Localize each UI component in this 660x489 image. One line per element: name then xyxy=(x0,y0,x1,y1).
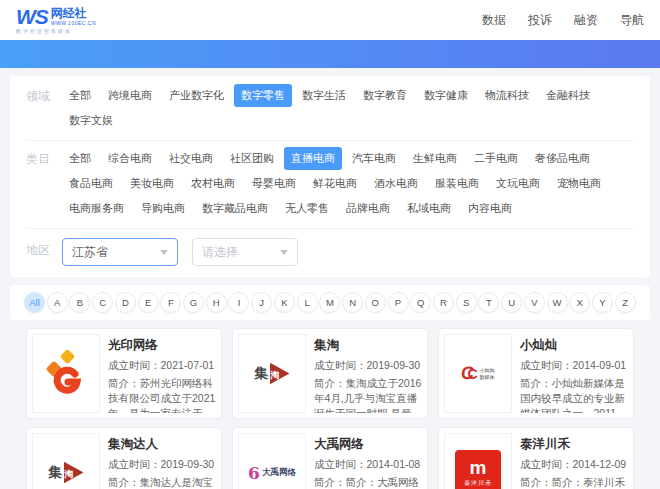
company-card[interactable]: 光印网络成立时间：2021-07-01简介：苏州光印网络科技有限公司成立于202… xyxy=(26,328,222,419)
category-filter-label: 类目 xyxy=(26,151,62,168)
alphabet-letter-y[interactable]: Y xyxy=(592,292,613,313)
filter-item[interactable]: 美妆电商 xyxy=(123,172,181,195)
alphabet-letter-all[interactable]: All xyxy=(24,292,45,313)
company-card[interactable]: m 泰洋川禾 泰洋川禾成立时间：2014-12-09简介：简介：泰洋川禾（Mou… xyxy=(438,427,634,489)
company-info: 小灿灿成立时间：2014-09-01简介：小灿灿新媒体是国内较早成立的专业新媒体… xyxy=(520,334,628,413)
filter-panel: 领域 全部跨境电商产业数字化数字零售数字生活数字教育数字健康物流科技金融科技数字… xyxy=(10,76,650,277)
alphabet-letter-n[interactable]: N xyxy=(342,292,363,313)
filter-item[interactable]: 电商服务商 xyxy=(62,197,131,220)
company-card[interactable]: C C 小灿灿新媒体 小灿灿成立时间：2014-09-01简介：小灿灿新媒体是国… xyxy=(438,328,634,419)
alphabet-letter-r[interactable]: R xyxy=(433,292,454,313)
province-select[interactable]: 江苏省 xyxy=(62,238,178,266)
alphabet-letter-j[interactable]: J xyxy=(251,292,272,313)
nav-item[interactable]: 融资 xyxy=(574,12,598,29)
filter-item[interactable]: 综合电商 xyxy=(101,147,159,170)
company-founded-date: 成立时间：2019-09-30 xyxy=(108,458,216,472)
chevron-down-icon xyxy=(280,250,288,255)
nav-item[interactable]: 投诉 xyxy=(528,12,552,29)
alphabet-letter-h[interactable]: H xyxy=(206,292,227,313)
filter-item[interactable]: 内容电商 xyxy=(461,197,519,220)
company-info: 泰洋川禾成立时间：2014-12-09简介：简介：泰洋川禾（Mountainto… xyxy=(520,433,628,489)
filter-item[interactable]: 二手电商 xyxy=(467,147,525,170)
alphabet-letter-l[interactable]: L xyxy=(297,292,318,313)
alphabet-letter-s[interactable]: S xyxy=(456,292,477,313)
company-logo-box: m 泰洋川禾 xyxy=(444,433,512,489)
filter-item[interactable]: 酒水电商 xyxy=(367,172,425,195)
alphabet-letter-x[interactable]: X xyxy=(569,292,590,313)
company-info: 大禹网络成立时间：2014-01-08简介：简介：大禹网络是一家新媒体IP孵化平… xyxy=(314,433,422,489)
company-card[interactable]: 集 淘 集淘成立时间：2019-09-30简介：集淘成立于2016年4月,几乎与… xyxy=(232,328,428,419)
alphabet-letter-g[interactable]: G xyxy=(183,292,204,313)
filter-item[interactable]: 社交电商 xyxy=(162,147,220,170)
province-select-value: 江苏省 xyxy=(72,244,108,261)
dayu-6-logo: 6 大禹网络 xyxy=(248,463,296,483)
category-filter-row: 类目 全部综合电商社交电商社区团购直播电商汽车电商生鲜电商二手电商奢侈品电商食品… xyxy=(10,141,650,228)
company-logo-box: C C 小灿灿新媒体 xyxy=(444,334,512,413)
nav-item[interactable]: 数据 xyxy=(482,12,506,29)
filter-item[interactable]: 数字零售 xyxy=(234,84,292,107)
filter-item[interactable]: 无人零售 xyxy=(278,197,336,220)
company-description: 简介：集淘达人是淘宝直播官方2019年度TOP合作机构，专注品牌推广，内容电商供… xyxy=(108,475,216,489)
guangyin-flame-logo xyxy=(45,350,87,394)
filter-item[interactable]: 母婴电商 xyxy=(245,172,303,195)
company-card[interactable]: 集 淘 集淘达人成立时间：2019-09-30简介：集淘达人是淘宝直播官方201… xyxy=(26,427,222,489)
filter-item[interactable]: 食品电商 xyxy=(62,172,120,195)
company-logo-box xyxy=(32,334,100,413)
filter-item[interactable]: 全部 xyxy=(62,147,98,170)
alphabet-letter-i[interactable]: I xyxy=(228,292,249,313)
alphabet-letter-u[interactable]: U xyxy=(501,292,522,313)
filter-item[interactable]: 全部 xyxy=(62,84,98,107)
filter-item[interactable]: 导购电商 xyxy=(134,197,192,220)
company-logo-box: 集 淘 xyxy=(32,433,100,489)
jitao-logo: 集 淘 xyxy=(49,462,84,484)
company-description: 简介：集淘成立于2016年4月,几乎与淘宝直播诞生于同一时期,是最早一批与淘宝直… xyxy=(314,376,422,413)
alphabet-letter-m[interactable]: M xyxy=(319,292,340,313)
alphabet-letter-q[interactable]: Q xyxy=(410,292,431,313)
filter-item[interactable]: 农村电商 xyxy=(184,172,242,195)
filter-item[interactable]: 宠物电商 xyxy=(550,172,608,195)
filter-item[interactable]: 数字文娱 xyxy=(62,109,120,132)
alphabet-letter-e[interactable]: E xyxy=(138,292,159,313)
guangyin-flame-logo xyxy=(45,350,87,398)
alphabet-letter-d[interactable]: D xyxy=(115,292,136,313)
alphabet-letter-v[interactable]: V xyxy=(524,292,545,313)
alphabet-letter-t[interactable]: T xyxy=(478,292,499,313)
filter-item[interactable]: 数字藏品电商 xyxy=(195,197,275,220)
nav-item[interactable]: 导航 xyxy=(620,12,644,29)
alphabet-letter-b[interactable]: B xyxy=(69,292,90,313)
site-logo[interactable]: WS 网经社 WWW.100EC.CN 数字经济智库媒体 xyxy=(16,6,96,34)
filter-item[interactable]: 数字生活 xyxy=(295,84,353,107)
filter-item[interactable]: 生鲜电商 xyxy=(406,147,464,170)
alphabet-letter-z[interactable]: Z xyxy=(615,292,636,313)
field-filter-row: 领域 全部跨境电商产业数字化数字零售数字生活数字教育数字健康物流科技金融科技数字… xyxy=(10,78,650,140)
company-info: 集淘成立时间：2019-09-30简介：集淘成立于2016年4月,几乎与淘宝直播… xyxy=(314,334,422,413)
filter-item[interactable]: 服装电商 xyxy=(428,172,486,195)
company-name: 集淘达人 xyxy=(108,436,216,453)
alphabet-letter-o[interactable]: O xyxy=(365,292,386,313)
filter-item[interactable]: 数字教育 xyxy=(356,84,414,107)
filter-item[interactable]: 直播电商 xyxy=(284,147,342,170)
alphabet-letter-f[interactable]: F xyxy=(160,292,181,313)
alphabet-letter-a[interactable]: A xyxy=(47,292,68,313)
filter-item[interactable]: 物流科技 xyxy=(478,84,536,107)
filter-item[interactable]: 产业数字化 xyxy=(162,84,231,107)
company-card[interactable]: 6 大禹网络 大禹网络成立时间：2014-01-08简介：简介：大禹网络是一家新… xyxy=(232,427,428,489)
alphabet-letter-c[interactable]: C xyxy=(92,292,113,313)
filter-item[interactable]: 私域电商 xyxy=(400,197,458,220)
filter-item[interactable]: 社区团购 xyxy=(223,147,281,170)
city-select[interactable]: 请选择 xyxy=(192,238,298,266)
filter-item[interactable]: 鲜花电商 xyxy=(306,172,364,195)
filter-item[interactable]: 奢侈品电商 xyxy=(528,147,597,170)
alphabet-letter-k[interactable]: K xyxy=(274,292,295,313)
filter-item[interactable]: 品牌电商 xyxy=(339,197,397,220)
filter-item[interactable]: 数字健康 xyxy=(417,84,475,107)
filter-item[interactable]: 跨境电商 xyxy=(101,84,159,107)
xiaocancan-cc-logo: C C 小灿灿新媒体 xyxy=(461,363,494,384)
logo-ws-mark: WS xyxy=(16,6,48,27)
alphabet-letter-p[interactable]: P xyxy=(388,292,409,313)
company-founded-date: 成立时间：2019-09-30 xyxy=(314,359,422,373)
alphabet-letter-w[interactable]: W xyxy=(547,292,568,313)
filter-item[interactable]: 汽车电商 xyxy=(345,147,403,170)
filter-item[interactable]: 文玩电商 xyxy=(489,172,547,195)
filter-item[interactable]: 金融科技 xyxy=(539,84,597,107)
